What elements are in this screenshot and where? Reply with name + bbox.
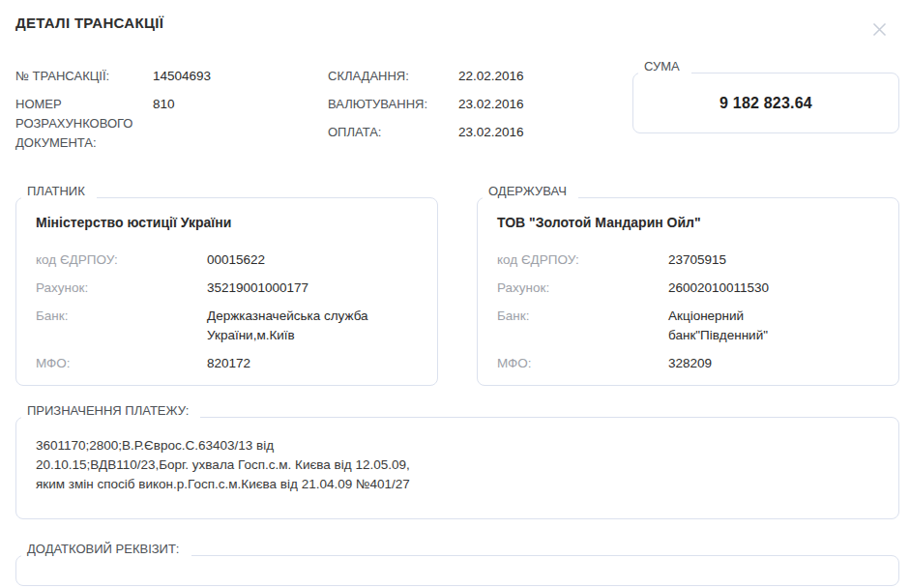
- recipient-account-label: Рахунок:: [497, 279, 668, 298]
- payer-bank-label: Банк:: [36, 307, 207, 345]
- recipient-name: ТОВ "Золотой Мандарин Ойл": [497, 214, 879, 232]
- recipient-edrpou-label: код ЄДРПОУ:: [497, 250, 668, 270]
- payment-date-label: ОПЛАТА:: [328, 123, 458, 142]
- sum-value: 9 182 823.64: [719, 95, 812, 112]
- payer-bank-value: Держказначейська служба України,м.Київ: [207, 307, 373, 345]
- field-payment-date: ОПЛАТА: 23.02.2016: [328, 123, 632, 142]
- field-composed-date: СКЛАДАННЯ: 22.02.2016: [328, 67, 632, 86]
- payer-legend: ПЛАТНИК: [21, 184, 97, 199]
- payment-date-value: 23.02.2016: [458, 123, 524, 142]
- payer-box: ПЛАТНИК Міністерство юстиції України код…: [15, 197, 438, 386]
- recipient-account-row: Рахунок: 26002010011530: [497, 279, 879, 298]
- transaction-number-value: 14504693: [153, 67, 211, 86]
- parties-row: ПЛАТНИК Міністерство юстиції України код…: [15, 197, 899, 386]
- payer-edrpou-row: код ЄДРПОУ: 00015622: [36, 250, 418, 270]
- field-transaction-number: № ТРАНСАКЦІЇ: 14504693: [15, 67, 328, 86]
- payer-mfo-label: МФО:: [36, 354, 207, 373]
- recipient-mfo-row: МФО: 328209: [497, 354, 879, 373]
- payer-edrpou-value: 00015622: [207, 250, 373, 270]
- recipient-box: ОДЕРЖУВАЧ ТОВ "Золотой Мандарин Ойл" код…: [477, 197, 899, 386]
- composed-date-value: 22.02.2016: [458, 67, 524, 86]
- recipient-mfo-value: 328209: [668, 354, 835, 373]
- modal-title: ДЕТАЛІ ТРАНСАКЦІЇ: [15, 14, 163, 33]
- payer-mfo-value: 820172: [207, 354, 373, 373]
- payer-edrpou-label: код ЄДРПОУ:: [36, 250, 207, 270]
- recipient-bank-value: Акціонерний банк"Південний": [668, 307, 835, 345]
- sum-legend: СУМА: [638, 59, 691, 74]
- sum-box: СУМА 9 182 823.64: [632, 73, 899, 133]
- field-valuation-date: ВАЛЮТУВАННЯ: 23.02.2016: [328, 95, 632, 114]
- close-icon: [871, 26, 888, 41]
- close-button[interactable]: [869, 19, 890, 40]
- payment-purpose-text: 3601170;2800;В.Р.Єврос.С.63403/13 від 20…: [36, 436, 879, 494]
- recipient-bank-label: Банк:: [497, 307, 668, 345]
- payment-purpose-legend: ПРИЗНАЧЕННЯ ПЛАТЕЖУ:: [21, 403, 200, 419]
- payer-name: Міністерство юстиції України: [36, 214, 418, 232]
- transaction-details-modal: ДЕТАЛІ ТРАНСАКЦІЇ № ТРАНСАКЦІЇ: 14504693…: [0, 0, 910, 588]
- payer-account-label: Рахунок:: [36, 279, 207, 298]
- valuation-date-value: 23.02.2016: [458, 95, 524, 114]
- header-col-sum: СУМА 9 182 823.64: [632, 67, 899, 168]
- recipient-edrpou-row: код ЄДРПОУ: 23705915: [497, 250, 879, 270]
- header-col-left: № ТРАНСАКЦІЇ: 14504693 НОМЕР РОЗРАХУНКОВ…: [15, 67, 328, 168]
- document-number-value: 810: [153, 95, 175, 114]
- header-col-dates: СКЛАДАННЯ: 22.02.2016 ВАЛЮТУВАННЯ: 23.02…: [328, 67, 632, 168]
- recipient-bank-row: Банк: Акціонерний банк"Південний": [497, 307, 879, 345]
- header-info-grid: № ТРАНСАКЦІЇ: 14504693 НОМЕР РОЗРАХУНКОВ…: [15, 67, 899, 168]
- valuation-date-label: ВАЛЮТУВАННЯ:: [328, 95, 458, 114]
- transaction-number-label: № ТРАНСАКЦІЇ:: [15, 67, 153, 86]
- payer-bank-row: Банк: Держказначейська служба України,м.…: [36, 307, 418, 345]
- additional-requisite-legend: ДОДАТКОВИЙ РЕКВІЗИТ:: [21, 542, 191, 557]
- payer-account-row: Рахунок: 35219001000177: [36, 279, 418, 298]
- composed-date-label: СКЛАДАННЯ:: [328, 67, 458, 86]
- recipient-account-value: 26002010011530: [668, 279, 835, 298]
- field-document-number: НОМЕР РОЗРАХУНКОВОГО ДОКУМЕНТА: 810: [15, 95, 328, 153]
- payer-account-value: 35219001000177: [207, 279, 373, 298]
- payment-purpose-box: ПРИЗНАЧЕННЯ ПЛАТЕЖУ: 3601170;2800;В.Р.Єв…: [15, 417, 899, 519]
- modal-header: ДЕТАЛІ ТРАНСАКЦІЇ: [15, 14, 899, 40]
- recipient-edrpou-value: 23705915: [668, 250, 835, 270]
- document-number-label: НОМЕР РОЗРАХУНКОВОГО ДОКУМЕНТА:: [15, 95, 153, 153]
- recipient-mfo-label: МФО:: [497, 354, 668, 373]
- recipient-legend: ОДЕРЖУВАЧ: [483, 184, 578, 199]
- additional-requisite-box: ДОДАТКОВИЙ РЕКВІЗИТ:: [15, 555, 899, 586]
- payer-mfo-row: МФО: 820172: [36, 354, 418, 373]
